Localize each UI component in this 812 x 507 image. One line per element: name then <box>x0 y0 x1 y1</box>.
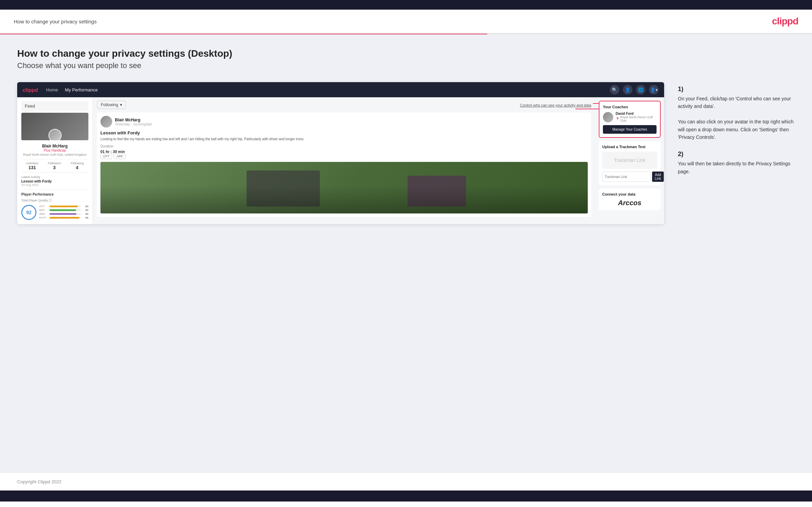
latest-activity-label: Latest Activity <box>21 175 88 179</box>
feed-tab-label: Feed <box>25 103 35 109</box>
trackman-link-display: Trackman Link <box>602 152 657 169</box>
stat-followers-label: Followers <box>48 162 61 165</box>
pp-bar-ott-label: OTT <box>39 205 48 208</box>
stat-followers: Followers 3 <box>48 162 61 170</box>
instruction-2-number: 2) <box>678 151 795 158</box>
footer-copyright: Copyright Clippd 2022 <box>17 479 62 484</box>
feed-following-chevron: ▾ <box>120 102 122 107</box>
player-performance: Player Performance Total Player Quality … <box>21 189 88 220</box>
app-right-sidebar: Your Coaches David Ford 📍 Royal North De… <box>595 97 664 224</box>
feed-duration-value: 01 hr : 30 min <box>100 150 588 154</box>
pp-bar-arg-fill <box>50 213 76 215</box>
instruction-1-number: 1) <box>678 86 795 93</box>
pp-bar-putt: PUTT 96 <box>39 216 88 219</box>
pp-bar-arg-val: 86 <box>82 212 88 216</box>
pp-bar-putt-track <box>50 217 81 219</box>
globe-icon[interactable]: 🌐 <box>636 85 646 95</box>
latest-activity-value: Lesson with Fordy <box>21 179 88 183</box>
content-grid: clippd Home My Performance 🔍 👤 🌐 👤▾ <box>17 82 795 224</box>
page-header-title: How to change your privacy settings <box>14 19 97 24</box>
top-bar <box>0 0 812 10</box>
app-nav-icons: 🔍 👤 🌐 👤▾ <box>610 85 659 95</box>
manage-coaches-button[interactable]: Manage Your Coaches <box>603 125 657 134</box>
feed-following-dropdown[interactable]: Following ▾ <box>97 101 126 109</box>
coach-club-text: Royal North Devon Golf Club <box>620 115 657 122</box>
stat-activities: Activities 131 <box>26 162 39 170</box>
screenshot-area: clippd Home My Performance 🔍 👤 🌐 👤▾ <box>17 82 664 224</box>
pp-bar-arg: ARG 86 <box>39 212 88 216</box>
pp-bar-app: APP 85 <box>39 209 88 212</box>
feed-post: Blair McHarg Yesterday · Sunningdale Les… <box>97 112 591 217</box>
profile-stats: Activities 131 Followers 3 Following 4 <box>21 159 88 173</box>
clippd-logo: clippd <box>772 16 798 27</box>
profile-name: Blair McHarg <box>21 144 88 148</box>
profile-badge: Plus Handicap <box>21 148 88 152</box>
pp-bar-putt-val: 96 <box>82 216 88 219</box>
stat-following-label: Following <box>71 162 84 165</box>
pp-bars: OTT 90 APP <box>39 205 88 220</box>
person-icon[interactable]: 👤 <box>623 85 632 95</box>
avatar <box>48 129 62 140</box>
page-header: How to change your privacy settings clip… <box>0 10 812 34</box>
trackman-title: Upload a Trackman Test <box>602 145 657 149</box>
feed-duration-label: Duration <box>100 144 588 148</box>
coach-club: 📍 Royal North Devon Golf Club <box>616 115 657 122</box>
pp-bar-putt-fill <box>50 217 79 219</box>
feed-post-header: Blair McHarg Yesterday · Sunningdale <box>100 116 588 128</box>
pp-bar-arg-track <box>50 213 81 215</box>
pp-bar-arg-label: ARG <box>39 212 48 216</box>
coach-avatar <box>603 112 613 122</box>
pp-bar-app-fill <box>50 209 76 211</box>
app-body: Feed Blair McHarg Plus Handicap Royal No… <box>17 97 664 224</box>
pp-bar-app-track <box>50 209 81 211</box>
feed-tag-ott: OTT <box>100 154 112 159</box>
profile-club: Royal North Devon Golf Club, United King… <box>21 153 88 156</box>
stat-following: Following 4 <box>71 162 84 170</box>
pp-quality-label: Total Player Quality ⓘ <box>21 198 88 203</box>
add-link-button[interactable]: Add Link <box>652 172 664 182</box>
coach-name: David Ford <box>616 112 657 115</box>
trackman-input-row: Add Link <box>602 172 657 182</box>
pp-bar-ott-fill <box>50 206 78 207</box>
feed-post-author-info: Blair McHarg Yesterday · Sunningdale <box>115 118 152 126</box>
feed-header: Following ▾ Control who can see your act… <box>97 101 591 109</box>
app-nav-logo: clippd <box>23 87 38 93</box>
sidebar-feed-tab[interactable]: Feed <box>21 101 88 111</box>
nav-link-my-performance[interactable]: My Performance <box>65 87 98 92</box>
app-mockup: clippd Home My Performance 🔍 👤 🌐 👤▾ <box>17 82 664 224</box>
pp-bar-app-val: 85 <box>82 209 88 212</box>
bottom-bar <box>0 491 812 502</box>
trackman-section: Upload a Trackman Test Trackman Link Add… <box>599 141 661 185</box>
feed-post-title: Lesson with Fordy <box>100 130 588 135</box>
pp-bar-ott-val: 90 <box>82 205 88 208</box>
app-feed: Following ▾ Control who can see your act… <box>93 97 595 224</box>
trackman-placeholder-text: Trackman Link <box>614 157 645 163</box>
pp-score-circle: 92 <box>21 205 36 220</box>
feed-image-overlay <box>100 186 588 213</box>
feed-following-label: Following <box>101 102 118 107</box>
avatar-image <box>49 130 61 140</box>
coach-info: David Ford 📍 Royal North Devon Golf Club <box>616 112 657 122</box>
coaches-section: Your Coaches David Ford 📍 Royal North De… <box>599 101 661 138</box>
main-content: How to change your privacy settings (Des… <box>0 34 812 473</box>
page-footer: Copyright Clippd 2022 <box>0 473 812 491</box>
instruction-2: 2) You will then be taken directly to th… <box>678 151 795 175</box>
pp-bottom: 92 OTT 90 <box>21 205 88 220</box>
stat-followers-value: 3 <box>48 165 61 170</box>
feed-post-avatar <box>100 116 112 128</box>
instruction-1-text: On your Feed, click/tap on 'Control who … <box>678 95 795 141</box>
trackman-link-input[interactable] <box>602 172 651 182</box>
avatar-dropdown[interactable]: 👤▾ <box>649 85 659 95</box>
coaches-title: Your Coaches <box>603 105 657 109</box>
page-subheading: Choose what you want people to see <box>17 61 795 70</box>
search-icon[interactable]: 🔍 <box>610 85 619 95</box>
feed-privacy-link[interactable]: Control who can see your activity and da… <box>520 103 591 107</box>
instructions-area: 1) On your Feed, click/tap on 'Control w… <box>678 82 795 185</box>
location-icon: 📍 <box>616 117 619 121</box>
pp-bar-ott: OTT 90 <box>39 205 88 208</box>
stat-following-value: 4 <box>71 165 84 170</box>
page-heading: How to change your privacy settings (Des… <box>17 48 795 59</box>
feed-post-author-name: Blair McHarg <box>115 118 152 122</box>
latest-activity-date: 03 Aug 2022 <box>21 183 88 187</box>
nav-link-home[interactable]: Home <box>46 87 58 92</box>
